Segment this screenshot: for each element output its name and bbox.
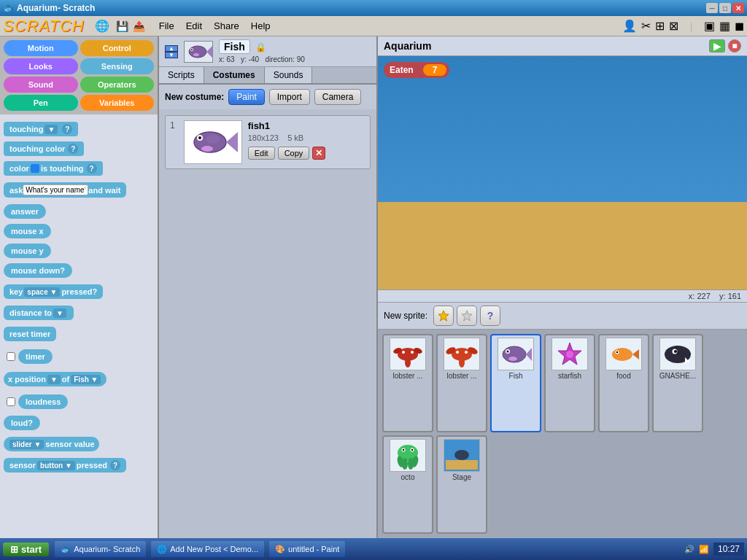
new-sprite-surprise-btn[interactable]: ? <box>480 306 500 326</box>
sprite-thumb-octo[interactable]: octo <box>382 435 433 534</box>
block-touching-color[interactable]: touching color ? <box>4 140 154 158</box>
costume-list: 1 fish1 180x123 <box>159 109 376 538</box>
start-label: start <box>21 544 42 555</box>
block-reset-timer[interactable]: reset timer <box>4 325 154 343</box>
export-icon[interactable]: 📤 <box>133 20 145 32</box>
sprite-thumb-starfish[interactable]: starfish <box>544 334 595 432</box>
block-slider-sensor[interactable]: slider ▼ sensor value <box>4 435 154 453</box>
menu-file[interactable]: File <box>153 19 180 33</box>
start-button[interactable]: ⊞ start <box>3 542 49 556</box>
menu-help[interactable]: Help <box>245 19 276 33</box>
tab-costumes[interactable]: Costumes <box>204 67 265 83</box>
ctrl-btn-up[interactable]: ▲ <box>165 45 178 52</box>
cat-motion[interactable]: Motion <box>4 40 78 56</box>
stage-controls: ▶ ■ <box>709 39 741 52</box>
svg-point-9 <box>201 146 213 152</box>
block-ask[interactable]: ask and wait <box>4 181 154 199</box>
taskbar-item-0[interactable]: 🐟 Aquarium- Scratch <box>55 541 146 557</box>
cat-variables[interactable]: Variables <box>80 95 155 111</box>
svg-marker-76 <box>462 311 472 321</box>
block-distance[interactable]: distance to ▼ <box>4 304 154 322</box>
copy-btn[interactable]: Copy <box>278 147 310 160</box>
svg-point-8 <box>198 136 201 139</box>
timer-checkbox[interactable] <box>7 352 15 361</box>
ctrl-btn-down[interactable]: ▼ <box>165 52 178 58</box>
person-icon[interactable]: 👤 <box>622 19 637 33</box>
sprite-thumb-fish[interactable]: Fish <box>490 334 541 432</box>
delete-btn[interactable]: ✕ <box>312 147 325 160</box>
layout2-icon[interactable]: ▦ <box>719 19 730 33</box>
costume-buttons: Edit Copy ✕ <box>248 147 365 160</box>
costume-width: 180 <box>248 133 261 142</box>
block-color-touching[interactable]: color is touching ? <box>4 160 154 177</box>
menu-edit[interactable]: Edit <box>180 19 208 33</box>
svg-point-3 <box>191 49 193 50</box>
sprite-thumb-lobster1[interactable]: lobster ... <box>382 334 433 432</box>
cat-operators[interactable]: Operators <box>80 77 155 93</box>
paint-btn[interactable]: Paint <box>228 89 264 105</box>
taskbar-item-2[interactable]: 🎨 untitled - Paint <box>269 541 345 557</box>
sprite-info: Fish 🔒 x: 63 y: -40 direction: 90 <box>219 39 371 63</box>
menu-share[interactable]: Share <box>208 19 245 33</box>
stop-btn[interactable]: ■ <box>728 39 741 52</box>
fullscreen-icon[interactable]: ⊠ <box>669 19 678 33</box>
win-btn-close[interactable]: ✕ <box>732 3 744 13</box>
new-sprite-paint-btn[interactable] <box>457 306 477 326</box>
sprite-thumb-food[interactable]: food <box>598 334 649 432</box>
tab-scripts[interactable]: Scripts <box>159 67 204 83</box>
categories: Motion Control Looks Sensing Sound Opera… <box>0 36 158 114</box>
tab-sounds[interactable]: Sounds <box>265 67 313 83</box>
win-btn-max[interactable]: □ <box>719 3 731 13</box>
cat-sound[interactable]: Sound <box>4 77 78 93</box>
cat-pen[interactable]: Pen <box>4 95 78 111</box>
new-costume-label: New costume: <box>165 92 224 102</box>
block-x-position[interactable]: x position▼ of Fish ▼ <box>4 370 154 388</box>
svg-point-99 <box>616 351 618 352</box>
lock-icon[interactable]: 🔒 <box>255 42 266 52</box>
block-key-pressed[interactable]: key space ▼ pressed? <box>4 283 154 300</box>
sprite-img-food <box>605 338 642 370</box>
sprite-thumb-lobster2[interactable]: lobster ... <box>436 334 487 432</box>
cat-sensing[interactable]: Sensing <box>80 58 155 74</box>
cat-looks[interactable]: Looks <box>4 58 78 74</box>
resize-icon[interactable]: ⊞ <box>655 19 665 33</box>
block-mouse-x[interactable]: mouse x <box>4 222 154 240</box>
loudness-checkbox[interactable] <box>7 397 15 406</box>
costume-name: fish1 <box>248 120 365 131</box>
block-mouse-y[interactable]: mouse y <box>4 242 154 260</box>
stage-svg-thumb <box>446 442 478 470</box>
costume-num: 1 <box>170 120 175 131</box>
block-timer[interactable]: timer <box>4 346 154 367</box>
save-icon[interactable]: 💾 <box>116 20 128 32</box>
sprite-thumb-stage[interactable]: Stage <box>436 435 487 534</box>
octo-svg <box>392 442 424 470</box>
block-sensor-pressed[interactable]: sensor button ▼ pressed ? <box>4 456 154 474</box>
block-answer[interactable]: answer <box>4 203 154 220</box>
block-touching[interactable]: touching ▼ ? <box>4 120 154 138</box>
globe-icon[interactable]: 🌐 <box>95 19 109 33</box>
stage-header-controls: 👤 ✂ ⊞ ⊠ | ▣ ▦ ◼ <box>622 19 744 33</box>
sprite-name: Fish <box>219 39 250 54</box>
block-loud[interactable]: loud? <box>4 414 154 432</box>
fish-svg <box>500 341 532 368</box>
speaker-icon[interactable]: 🔊 <box>684 545 694 554</box>
block-loudness[interactable]: loudness <box>4 392 154 412</box>
camera-btn[interactable]: Camera <box>314 89 362 105</box>
block-mouse-down[interactable]: mouse down? <box>4 262 154 279</box>
svg-marker-90 <box>526 348 532 361</box>
import-btn[interactable]: Import <box>269 89 310 105</box>
taskbar-item-1[interactable]: 🌐 Add New Post < Demo... <box>151 541 264 557</box>
green-flag-btn[interactable]: ▶ <box>709 39 725 52</box>
layout1-icon[interactable]: ▣ <box>704 19 715 33</box>
ask-input[interactable] <box>23 184 88 195</box>
win-btn-min[interactable]: ─ <box>706 3 718 13</box>
arrow-icon[interactable]: ✂ <box>641 19 651 33</box>
taskbar-items: 🐟 Aquarium- Scratch 🌐 Add New Post < Dem… <box>55 541 348 557</box>
new-sprite-star-btn[interactable] <box>433 306 454 326</box>
edit-btn[interactable]: Edit <box>248 147 275 160</box>
layout3-icon[interactable]: ◼ <box>735 19 744 33</box>
cat-control[interactable]: Control <box>80 40 155 56</box>
stage-title: Aquarium <box>384 40 709 52</box>
svg-point-87 <box>456 351 459 354</box>
sprite-thumb-gnasher[interactable]: GNASHE... <box>652 334 703 432</box>
